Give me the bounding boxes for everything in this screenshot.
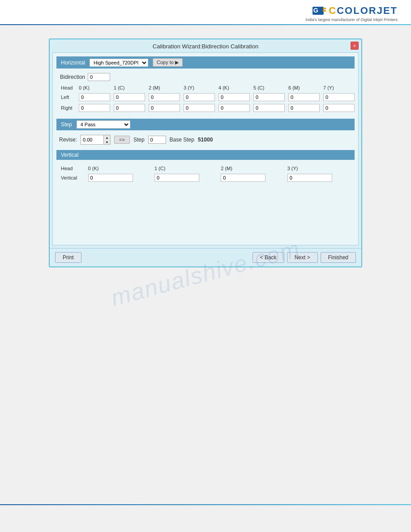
- bottom-empty-area: [59, 188, 352, 241]
- head-4: 4 (K): [217, 84, 252, 92]
- vertical-section: Vertical Head 0 (K) 1 (C) 2 (M) 3 (Y): [56, 150, 355, 185]
- left-label: Left: [59, 92, 77, 103]
- dialog-title: Calibration Wizard:Bidirection Calibrati…: [153, 43, 258, 50]
- v-head-3: 3 (Y): [286, 164, 352, 172]
- step-section: Step 4 Pass6 Pass8 Pass Revise: ▲ ▼ => S…: [56, 119, 355, 146]
- bidirection-label: Bidirection: [60, 74, 85, 80]
- left-3[interactable]: [184, 93, 215, 101]
- revise-spin: ▲ ▼: [103, 135, 110, 144]
- arrow-button[interactable]: =>: [114, 136, 130, 144]
- footer-divider: [0, 504, 411, 505]
- header: G CCOLORJET India's largest manufacturer…: [0, 0, 411, 24]
- v-head-0: 0 (K): [86, 164, 153, 172]
- left-row: Left: [59, 92, 356, 103]
- svg-rect-3: [323, 10, 326, 12]
- horizontal-label: Horizontal: [61, 60, 85, 66]
- left-1[interactable]: [114, 93, 145, 101]
- footer-left: Print: [55, 252, 81, 263]
- vertical-0[interactable]: [88, 174, 133, 182]
- vertical-label: Vertical: [61, 152, 78, 158]
- svg-text:G: G: [313, 7, 318, 14]
- vertical-values-row: Vertical: [59, 172, 352, 183]
- right-label: Right: [59, 103, 77, 113]
- print-button[interactable]: Print: [55, 252, 81, 263]
- dialog-titlebar: Calibration Wizard:Bidirection Calibrati…: [50, 39, 361, 52]
- horizontal-table-area: Bidirection Head 0 (K) 1 (C) 2 (M) 3 (Y)…: [56, 71, 355, 115]
- revise-input[interactable]: [81, 136, 103, 143]
- left-5[interactable]: [253, 93, 285, 101]
- right-row: Right: [59, 103, 356, 113]
- head-7: 7 (Y): [321, 84, 356, 92]
- logo-area: G CCOLORJET India's largest manufacturer…: [305, 4, 398, 22]
- right-1[interactable]: [114, 104, 145, 112]
- head-2: 2 (M): [147, 84, 182, 92]
- v-head-1: 1 (C): [153, 164, 219, 172]
- bidirection-input[interactable]: [88, 73, 110, 81]
- step-section-header: Step 4 Pass6 Pass8 Pass: [56, 119, 355, 130]
- revise-input-wrap: ▲ ▼: [81, 135, 111, 145]
- vertical-section-header: Vertical: [56, 150, 355, 160]
- vertical-3[interactable]: [287, 174, 332, 182]
- head-0: 0 (K): [77, 84, 112, 92]
- revise-label: Revise:: [59, 137, 77, 143]
- head-col-label: Head: [59, 84, 77, 92]
- revise-down-button[interactable]: ▼: [104, 140, 110, 144]
- colorjet-icon: G: [313, 4, 327, 17]
- right-7[interactable]: [323, 104, 355, 112]
- close-button[interactable]: ×: [351, 42, 359, 50]
- left-4[interactable]: [218, 93, 250, 101]
- logo-text: G CCOLORJET: [313, 4, 398, 17]
- step-text-label: Step: [133, 137, 145, 143]
- horizontal-section-header: Horizontal High Speed_720DPINormal_720DP…: [56, 56, 355, 69]
- pass-dropdown[interactable]: 4 Pass6 Pass8 Pass: [77, 120, 130, 129]
- head-3: 3 (Y): [182, 84, 217, 92]
- back-button[interactable]: < Back: [253, 252, 284, 263]
- vertical-2[interactable]: [221, 174, 265, 182]
- step-value-input[interactable]: [148, 136, 166, 144]
- left-2[interactable]: [149, 93, 180, 101]
- vertical-content: Head 0 (K) 1 (C) 2 (M) 3 (Y) Vertical: [56, 163, 355, 185]
- step-label-header: Step: [61, 121, 72, 128]
- footer-right: < Back Next > Finished: [253, 252, 356, 263]
- next-button[interactable]: Next >: [287, 252, 318, 263]
- horizontal-grid: Head 0 (K) 1 (C) 2 (M) 3 (Y) 4 (K) 5 (C)…: [59, 84, 356, 113]
- page-body: Calibration Wizard:Bidirection Calibrati…: [0, 25, 411, 281]
- right-2[interactable]: [149, 104, 180, 112]
- left-7[interactable]: [323, 93, 355, 101]
- dialog-window: Calibration Wizard:Bidirection Calibrati…: [49, 39, 362, 267]
- right-4[interactable]: [218, 104, 250, 112]
- speed-dropdown[interactable]: High Speed_720DPINormal_720DPILow Speed_…: [90, 59, 148, 67]
- vertical-head-col: Head: [59, 164, 86, 172]
- dialog-footer: Print < Back Next > Finished: [50, 248, 361, 266]
- dialog-content: Horizontal High Speed_720DPINormal_720DP…: [52, 52, 359, 245]
- head-6: 6 (M): [287, 84, 321, 92]
- v-head-2: 2 (M): [219, 164, 285, 172]
- basestep-label: Base Step: [170, 137, 194, 143]
- finished-button[interactable]: Finished: [321, 252, 356, 263]
- basestep-value: 51000: [198, 137, 213, 143]
- step-row: Revise: ▲ ▼ => Step Base Step 51000: [56, 133, 355, 146]
- vertical-1[interactable]: [154, 174, 199, 182]
- copy-to-button[interactable]: Copy to ▶: [153, 58, 183, 67]
- svg-rect-2: [323, 8, 326, 9]
- left-0[interactable]: [79, 93, 110, 101]
- right-5[interactable]: [253, 104, 285, 112]
- vertical-row-label: Vertical: [59, 172, 86, 183]
- bidirection-row: Bidirection: [59, 73, 352, 81]
- vertical-grid: Head 0 (K) 1 (C) 2 (M) 3 (Y) Vertical: [59, 164, 352, 183]
- right-0[interactable]: [79, 104, 110, 112]
- logo-brand: CCOLORJET: [329, 5, 398, 17]
- head-5: 5 (C): [252, 84, 287, 92]
- logo-tagline: India's largest manufacturer of Digital …: [305, 17, 398, 22]
- right-3[interactable]: [184, 104, 215, 112]
- right-6[interactable]: [288, 104, 320, 112]
- head-1: 1 (C): [112, 84, 147, 92]
- left-6[interactable]: [288, 93, 320, 101]
- revise-up-button[interactable]: ▲: [104, 135, 110, 140]
